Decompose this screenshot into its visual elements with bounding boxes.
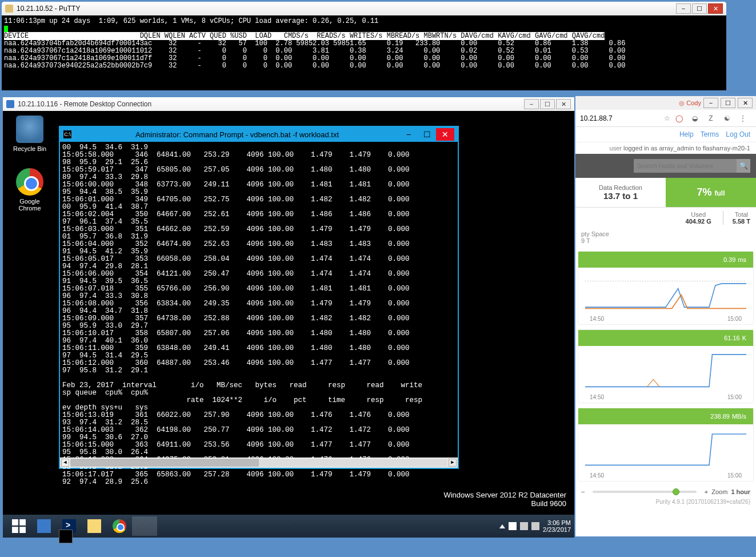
putty-title: 10.21.10.52 - PuTTY — [17, 5, 80, 13]
menu-icon[interactable]: ⋮ — [738, 113, 748, 124]
cody-indicator: ◎ Cody — [679, 100, 701, 107]
taskbar: 3:06 PM 2/23/2017 — [3, 515, 574, 538]
login-status: user logged in as array_admin to flashar… — [575, 142, 756, 154]
maximize-button[interactable]: ☐ — [721, 98, 735, 108]
purity-version: Purity 4.9.1 (201701062139+cafaf26) — [575, 498, 756, 506]
close-button[interactable]: ✕ — [708, 3, 723, 14]
scroll-right-icon[interactable]: ► — [449, 459, 457, 467]
opera-icon[interactable]: ◯ — [674, 113, 684, 124]
putty-window: 10.21.10.52 - PuTTY − ☐ ✕ 11:06:13pm up … — [2, 2, 726, 90]
minimize-button[interactable]: − — [703, 98, 718, 108]
putty-icon — [5, 5, 13, 13]
system-tray[interactable]: 3:06 PM 2/23/2017 — [499, 519, 571, 533]
cmd-output[interactable]: 00 94.5 34.6 31.9 15:05:58.000 346 64841… — [60, 142, 458, 457]
recycle-bin-icon[interactable]: Recycle Bin — [10, 116, 50, 152]
search-input[interactable] — [634, 159, 737, 173]
browser-window: ◎ Cody − ☐ ✕ 10.21.88.7 ☆ ◯ ◒ Z ☯ ⋮ Help… — [575, 96, 756, 536]
file-explorer-button[interactable] — [82, 516, 107, 536]
clock[interactable]: 3:06 PM 2/23/2017 — [543, 519, 571, 533]
url: 10.21.88.7 — [580, 114, 613, 122]
rdp-icon — [6, 100, 14, 108]
capacity-full: 7% full — [666, 178, 756, 207]
server-manager-button[interactable] — [31, 516, 57, 536]
scroll-left-icon[interactable]: ◄ — [61, 459, 69, 467]
search-row: 🔍 — [575, 154, 756, 178]
metric-bandwidth: 238.89MB/s 14:5015:00 — [578, 408, 754, 482]
chrome-taskbar-button[interactable] — [107, 516, 132, 536]
bookmark-icon[interactable]: ☆ — [664, 114, 670, 122]
rdp-window: 10.21.10.116 - Remote Desktop Connection… — [3, 97, 574, 538]
terms-link[interactable]: Terms — [701, 130, 719, 138]
cmd-titlebar[interactable]: C:\ Administrator: Command Prompt - vdbe… — [60, 127, 458, 142]
maximize-button[interactable]: ☐ — [418, 128, 436, 141]
tray-expand-icon[interactable] — [499, 524, 505, 528]
storage-summary: Data Reduction 13.7 to 1 7% full — [575, 178, 756, 208]
zoom-control[interactable]: − + Zoom 1 hour — [575, 486, 756, 498]
rdp-title: 10.21.10.116 - Remote Desktop Connection — [18, 100, 151, 108]
used-total: Used404.92 G Total5.58 T — [575, 208, 756, 228]
cmd-scrollbar[interactable]: ◄ ► — [60, 457, 458, 468]
ext1-icon[interactable]: ◒ — [690, 113, 700, 124]
address-bar[interactable]: 10.21.88.7 ☆ ◯ ◒ Z ☯ ⋮ — [575, 110, 756, 127]
start-button[interactable] — [6, 516, 31, 536]
page-header-links: Help Terms Log Out — [575, 127, 756, 142]
cmd-taskbar-button[interactable] — [132, 516, 157, 536]
cmd-title: Administrator: Command Prompt - vdbench.… — [75, 130, 399, 139]
putty-titlebar[interactable]: 10.21.10.52 - PuTTY − ☐ ✕ — [2, 2, 726, 15]
logout-link[interactable]: Log Out — [726, 130, 750, 138]
minimize-button[interactable]: − — [524, 99, 539, 109]
minimize-button[interactable]: − — [676, 3, 691, 14]
rdp-titlebar[interactable]: 10.21.10.116 - Remote Desktop Connection… — [3, 97, 574, 111]
help-link[interactable]: Help — [679, 130, 694, 138]
minimize-button[interactable]: − — [399, 128, 418, 141]
rdp-taskbar-button[interactable] — [157, 516, 182, 536]
maximize-button[interactable]: ☐ — [540, 99, 555, 109]
metric-latency: 0.39ms 14:5015:00 — [578, 251, 754, 325]
metric-iops: 61.16K 14:5015:00 — [578, 329, 754, 403]
network-icon[interactable] — [520, 522, 528, 530]
close-button[interactable]: ✕ — [738, 98, 753, 108]
clipboard-icon[interactable] — [531, 522, 539, 530]
browser-titlebar[interactable]: ◎ Cody − ☐ ✕ — [575, 96, 756, 110]
chrome-icon[interactable]: Google Chrome — [10, 168, 50, 212]
cmd-window: C:\ Administrator: Command Prompt - vdbe… — [59, 126, 459, 469]
cmd-icon: C:\ — [63, 130, 71, 138]
ext3-icon[interactable]: ☯ — [722, 113, 732, 124]
ext2-icon[interactable]: Z — [706, 113, 716, 124]
close-button[interactable]: ✕ — [436, 128, 454, 141]
putty-terminal[interactable]: 11:06:13pm up 24 days 1:09, 625 worlds, … — [2, 15, 726, 72]
close-button[interactable]: ✕ — [556, 99, 571, 109]
search-icon[interactable]: 🔍 — [737, 159, 750, 173]
watermark: Windows Server 2012 R2 Datacenter Build … — [443, 491, 566, 508]
empty-space: pty Space 9 T — [575, 228, 756, 246]
maximize-button[interactable]: ☐ — [692, 3, 707, 14]
remote-desktop: Recycle Bin Google Chrome C:\ Administra… — [3, 111, 574, 538]
action-center-icon[interactable] — [509, 522, 517, 530]
